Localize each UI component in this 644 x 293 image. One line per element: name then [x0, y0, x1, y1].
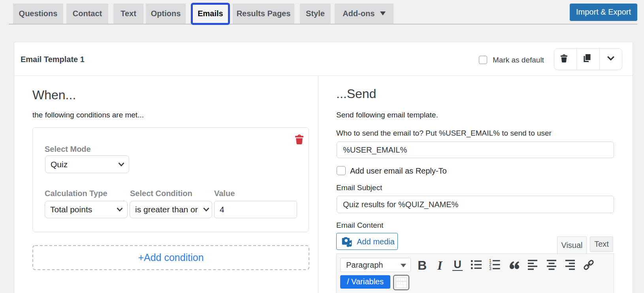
svg-text:3: 3: [489, 267, 491, 270]
